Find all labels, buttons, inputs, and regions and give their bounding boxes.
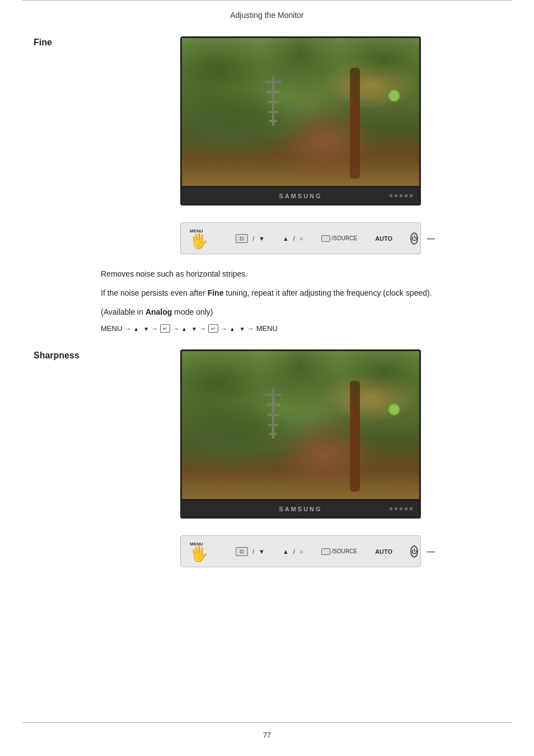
- fine-label-col: Fine: [34, 36, 101, 57]
- dot-s5: [410, 507, 413, 510]
- fine-heading: Fine: [34, 38, 101, 48]
- fine-desc-2-pre: If the noise persists even after: [101, 288, 205, 297]
- cp-power-icon-1: ⏻: [411, 235, 417, 241]
- fine-desc-2: If the noise persists even after Fine tu…: [101, 287, 493, 300]
- sharpness-monitor-screen: [180, 349, 421, 501]
- cp-source-label-s1: /SOURCE: [332, 548, 358, 554]
- nav-arrow-5: →: [221, 325, 227, 333]
- nav-enter-1: ↵: [160, 324, 170, 333]
- page-title: Adjusting the Monitor: [230, 11, 304, 20]
- cp-btn-group-2: ▲ / ○: [283, 235, 303, 242]
- foliage-overlay-2: [182, 351, 419, 499]
- dot-s1: [390, 507, 392, 510]
- cp-source-icon-1: [321, 235, 330, 242]
- nav-menu-end: MENU: [256, 324, 278, 333]
- fine-desc-3: (Available in Analog mode only): [101, 306, 493, 319]
- fine-monitor-image: SAMSUNG: [180, 36, 421, 206]
- page-title-bar: Adjusting the Monitor: [22, 0, 512, 25]
- nav-arrow-3: →: [172, 325, 179, 333]
- sharpness-monitor-base: SAMSUNG: [180, 501, 421, 519]
- bottom-area: 77: [0, 722, 534, 739]
- cp-box-btn-1[interactable]: ⊡: [236, 234, 248, 243]
- monitor-brand-2: SAMSUNG: [279, 506, 322, 512]
- nav-enter-2: ↵: [208, 324, 218, 333]
- nav-menu-start: MENU: [101, 324, 122, 333]
- cp-btn-group-1: ⊡ / ▼: [236, 234, 265, 243]
- cp-source-icon-s1: [321, 548, 330, 555]
- fine-section: Fine: [34, 36, 500, 254]
- nav-down-3: [240, 324, 245, 333]
- monitor-controls-right-2: [390, 507, 413, 510]
- cp-source-btn-s1[interactable]: /SOURCE: [321, 548, 358, 555]
- cp-down-arrow-s1: ▼: [259, 548, 265, 555]
- dot4: [405, 194, 407, 197]
- cp-down-arrow-1: ▼: [259, 235, 265, 242]
- cp-auto-label-1: AUTO: [375, 235, 392, 242]
- cp-minus-s1: —: [427, 547, 435, 556]
- nav-up-2: [181, 324, 187, 333]
- cp-source-btn-1[interactable]: /SOURCE: [321, 235, 358, 242]
- sharpness-control-panel: MENU 🖐 ⊡ / ▼ ▲ / ○: [180, 535, 421, 567]
- dot-s3: [400, 507, 402, 510]
- cp-up-arrow-s1: ▲: [283, 548, 289, 555]
- cp-auto-label-s1: AUTO: [375, 548, 392, 555]
- nav-down-1: [143, 324, 149, 333]
- fine-monitor-base: SAMSUNG: [180, 188, 421, 206]
- sharpness-monitor-wrapper: SAMSUNG: [101, 349, 500, 528]
- cp-power-btn-s1[interactable]: ⏻: [410, 545, 418, 558]
- cp-up-arrow-1: ▲: [283, 235, 289, 242]
- cp-box-btn-s1[interactable]: ⊡: [236, 547, 248, 556]
- dot-s2: [395, 507, 397, 510]
- page-number: 77: [0, 723, 534, 739]
- cp-circle-1: ○: [299, 235, 303, 242]
- cp-slash-2: /: [293, 235, 295, 242]
- nav-down-2: [191, 324, 197, 333]
- cp-circle-s1: ○: [299, 548, 303, 555]
- foliage-overlay-1: [182, 38, 419, 186]
- nav-arrow-1: →: [124, 325, 131, 333]
- sharpness-label-col: Sharpness: [34, 349, 101, 370]
- nav-arrow-4: →: [199, 325, 206, 333]
- cp-menu-area-2: MENU 🖐: [190, 542, 218, 561]
- cp-slash-1: /: [252, 235, 254, 242]
- cp-menu-area-1: MENU 🖐: [190, 228, 218, 248]
- dot3: [400, 194, 402, 197]
- lantern-green-2: [388, 403, 400, 416]
- cp-btn-group-s2: ▲ / ○: [283, 548, 303, 555]
- monitor-brand-1: SAMSUNG: [279, 193, 322, 199]
- fine-desc-3-pre: (Available in: [101, 307, 143, 316]
- nav-arrow-2: →: [151, 325, 158, 333]
- fine-control-panel: MENU 🖐 ⊡ / ▼ ▲ / ○: [180, 222, 421, 254]
- fine-desc-1: Removes noise such as horizontal stripes…: [101, 268, 493, 281]
- cp-power-icon-s1: ⏻: [411, 548, 417, 554]
- content-area: Fine: [0, 25, 534, 590]
- dot5: [410, 194, 413, 197]
- sharpness-content-col: SAMSUNG ME: [101, 349, 500, 567]
- nav-up-3: [229, 324, 235, 333]
- fine-desc-3-post: mode only): [174, 307, 213, 316]
- cp-btn-group-s1: ⊡ / ▼: [236, 547, 265, 556]
- cp-slash-s2: /: [293, 548, 295, 555]
- fine-nav-path: MENU → → ↵ → → ↵ → → MENU: [101, 324, 500, 333]
- dot-s4: [405, 507, 407, 510]
- nav-up-1: [133, 324, 139, 333]
- sharpness-section: Sharpness: [34, 349, 500, 567]
- sharpness-monitor-image: SAMSUNG: [180, 349, 421, 519]
- fine-desc-2-cont: tuning, repeat it after adjusting the fr…: [226, 288, 432, 297]
- fine-desc-2-bold: Fine: [208, 288, 224, 297]
- fine-desc-3-bold: Analog: [146, 307, 172, 316]
- cp-source-label-1: /SOURCE: [332, 235, 358, 241]
- fine-content-col: SAMSUNG ME: [101, 36, 500, 254]
- dot2: [395, 194, 397, 197]
- fine-monitor-wrapper: SAMSUNG: [101, 36, 500, 214]
- sharpness-heading: Sharpness: [34, 351, 101, 361]
- nav-arrow-6: →: [247, 325, 254, 333]
- fine-desc-block: Removes noise such as horizontal stripes…: [101, 268, 493, 319]
- fine-monitor-screen: [180, 36, 421, 188]
- monitor-controls-right-1: [390, 194, 413, 197]
- cp-minus-1: —: [427, 234, 435, 243]
- dot1: [390, 194, 392, 197]
- cp-slash-s1: /: [252, 548, 254, 555]
- cp-power-btn-1[interactable]: ⏻: [410, 232, 418, 245]
- page-container: Adjusting the Monitor Fine: [0, 0, 534, 756]
